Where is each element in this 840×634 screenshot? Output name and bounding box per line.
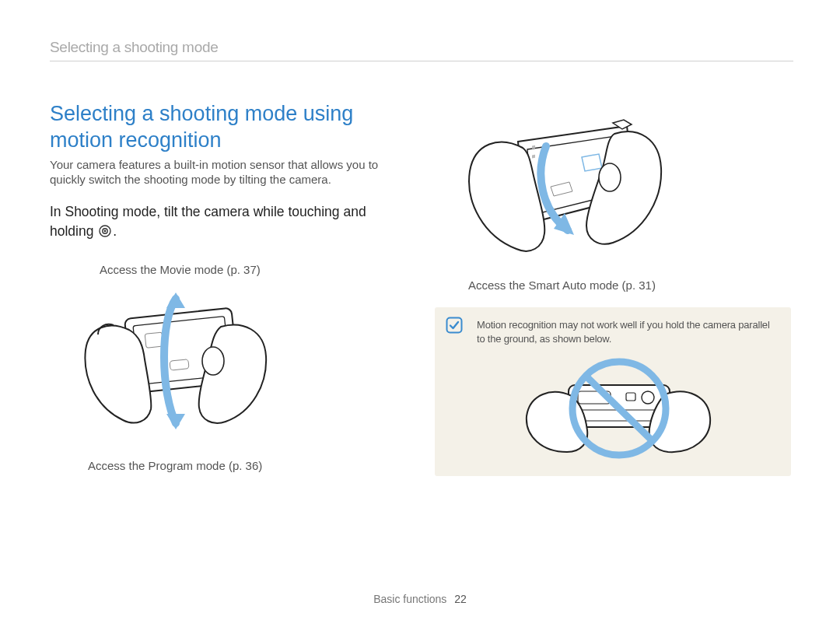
intro-paragraph: Your camera features a built-in motion s… <box>50 158 404 187</box>
svg-point-2 <box>104 230 107 233</box>
svg-point-10 <box>202 347 224 375</box>
caption-movie-mode: Access the Movie mode (p. 37) <box>100 263 261 276</box>
figure-tilt-vertical <box>75 285 277 459</box>
instruction-step: In Shooting mode, tilt the camera while … <box>50 202 408 243</box>
page-footer: Basic functions 22 <box>0 593 840 605</box>
svg-rect-19 <box>532 155 535 159</box>
section-heading: Selecting a shooting mode using motion r… <box>50 101 392 154</box>
instruction-text-post: . <box>113 223 117 239</box>
note-box-check-icon <box>446 317 463 337</box>
svg-rect-18 <box>532 145 535 149</box>
figure-tilt-forward <box>451 101 669 283</box>
motion-target-icon <box>99 223 111 243</box>
figure-parallel-ground <box>508 348 726 468</box>
manual-page: Selecting a shooting mode Selecting a sh… <box>0 0 840 634</box>
note-box: Motion recognition may not work well if … <box>435 307 791 476</box>
header-rule <box>50 61 793 61</box>
caption-program-mode: Access the Program mode (p. 36) <box>88 459 262 472</box>
svg-marker-12 <box>166 414 185 429</box>
caption-smart-auto-mode: Access the Smart Auto mode (p. 31) <box>468 278 656 292</box>
footer-page-number: 22 <box>454 593 467 605</box>
footer-section-name: Basic functions <box>373 593 446 605</box>
note-text: Motion recognition may not work well if … <box>477 318 780 345</box>
svg-point-20 <box>599 163 621 191</box>
instruction-text-pre: In Shooting mode, tilt the camera while … <box>50 204 366 239</box>
svg-rect-22 <box>447 318 462 333</box>
running-head: Selecting a shooting mode <box>50 39 218 56</box>
svg-marker-11 <box>166 292 185 308</box>
